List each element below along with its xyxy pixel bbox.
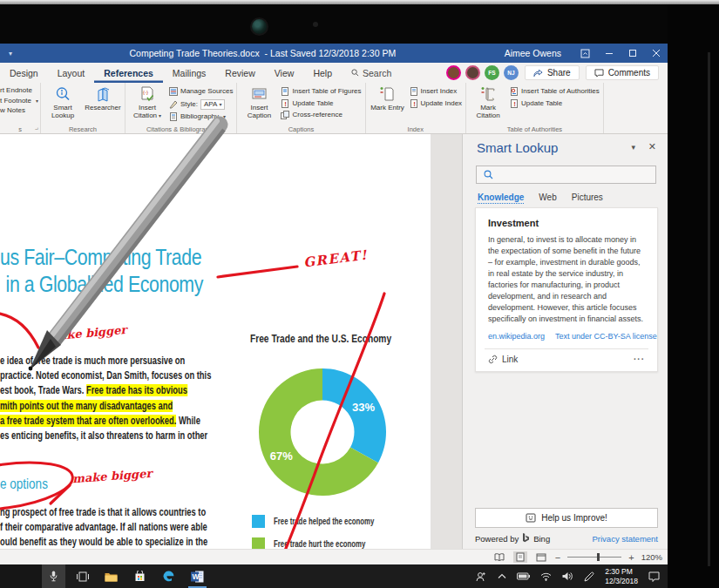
link-icon — [488, 355, 498, 364]
volume-icon[interactable] — [562, 571, 573, 581]
researcher-button[interactable]: Researcher — [85, 85, 121, 123]
next-footnote-button[interactable]: t Footnote — [0, 98, 38, 105]
update-table-button[interactable]: ! Update Table — [281, 99, 361, 108]
style-dropdown[interactable]: APA — [200, 99, 225, 110]
ribbon-tab-review[interactable]: Review — [215, 63, 264, 83]
donut-slice[interactable] — [322, 368, 386, 463]
action-center-icon[interactable] — [648, 571, 660, 582]
ribbon-tab-references[interactable]: References — [94, 63, 163, 83]
legend-label: Free trade helped the economy — [274, 515, 374, 526]
zoom-slider-thumb[interactable] — [597, 553, 600, 561]
avatar-photo-1[interactable] — [446, 65, 461, 80]
body-paragraph-2: ng prospect of free trade is that it all… — [0, 505, 207, 549]
edge-browser-icon[interactable] — [157, 564, 180, 588]
insert-caption-button[interactable]: Insert Caption — [241, 85, 277, 123]
insert-citation-button[interactable]: {-} Insert Citation — [129, 85, 166, 123]
legend-swatch — [252, 515, 265, 528]
insert-endnote-button[interactable]: rt Endnote — [0, 87, 38, 94]
update-index-button[interactable]: ! Update Index — [410, 99, 463, 108]
close-button[interactable] — [644, 44, 668, 63]
insert-index-button[interactable]: Insert Index — [410, 87, 463, 96]
avatar-NJ[interactable]: NJ — [504, 65, 519, 80]
ribbon-tab-layout[interactable]: Layout — [48, 63, 95, 83]
pane-tab-pictures[interactable]: Pictures — [572, 193, 603, 204]
pane-tab-web[interactable]: Web — [539, 193, 556, 204]
pen-tray-icon[interactable] — [584, 571, 594, 582]
word-status-bar: − + 120% — [0, 549, 668, 564]
ribbon-tab-view[interactable]: View — [265, 63, 304, 83]
update-table-authorities-button[interactable]: ! Update Table — [510, 99, 600, 108]
text-line: es enticing benefits, it also threatens … — [0, 429, 211, 443]
minimize-button[interactable] — [597, 44, 621, 63]
bibliography-button[interactable]: Bibliography — [169, 112, 233, 121]
ink-annotation-great: GREAT! — [302, 247, 369, 271]
file-explorer-icon[interactable] — [99, 564, 123, 588]
legend-item: Free trade helped the economy — [252, 515, 403, 528]
collaborator-avatars: FSNJ — [442, 65, 519, 80]
smart-lookup-search-box[interactable] — [476, 166, 656, 184]
mark-entry-icon — [379, 85, 396, 104]
print-layout-icon[interactable] — [513, 551, 527, 563]
microphone-icon[interactable] — [42, 564, 65, 588]
more-options[interactable]: ··· — [634, 355, 645, 364]
device-top-edge — [0, 0, 719, 4]
insert-table-of-authorities-button[interactable]: Insert Table of Authorities — [510, 87, 600, 96]
donut-chart[interactable]: 33%67% — [254, 365, 391, 503]
zoom-out-button[interactable]: − — [555, 552, 560, 563]
pane-options-caret-icon[interactable]: ▾ — [631, 143, 635, 152]
svg-text:W: W — [192, 572, 200, 581]
zoom-level[interactable]: 120% — [641, 552, 662, 562]
help-us-improve-button[interactable]: Help us Improve! — [475, 508, 658, 528]
microsoft-store-icon[interactable] — [128, 564, 152, 588]
dialog-launcher-icon[interactable]: ⌐ — [35, 126, 38, 132]
privacy-statement-link[interactable]: Privacy statement — [593, 534, 659, 544]
citation-style-selector[interactable]: Style: APA — [169, 99, 233, 110]
ribbon-tab-design[interactable]: Design — [0, 63, 48, 83]
read-mode-icon[interactable] — [492, 551, 506, 563]
pane-close-icon[interactable]: ✕ — [648, 141, 656, 152]
tray-chevron-icon[interactable] — [498, 573, 506, 579]
people-icon[interactable] — [476, 571, 487, 582]
license-link[interactable]: Text under CC-BY-SA license — [555, 332, 657, 341]
comments-button[interactable]: Comments — [586, 65, 659, 80]
taskbar-clock[interactable]: 2:30 PM 12/3/2018 — [605, 567, 638, 585]
zoom-in-button[interactable]: + — [628, 552, 634, 563]
restore-button[interactable] — [621, 44, 644, 63]
tell-me-search[interactable]: Search — [342, 63, 401, 83]
quick-access-caret-icon[interactable]: ▾ — [0, 50, 21, 57]
web-layout-icon[interactable] — [534, 551, 548, 563]
insert-table-of-figures-button[interactable]: Insert Table of Figures — [281, 87, 361, 96]
manage-sources-button[interactable]: Manage Sources — [169, 87, 233, 96]
ribbon-tab-mailings[interactable]: Mailings — [163, 63, 216, 83]
avatar-FS[interactable]: FS — [485, 65, 499, 80]
ribbon-group-research: Smart Lookup Researcher Research — [41, 83, 125, 133]
document-page[interactable]: us Fair–Competing Trade in a Globalized … — [0, 134, 431, 549]
ribbon-display-options-icon[interactable] — [573, 44, 597, 63]
smart-lookup-pane: Smart Lookup ▾ ✕ KnowledgeWebPictures In… — [462, 134, 668, 549]
show-notes-button[interactable]: w Notes — [0, 107, 38, 114]
cross-reference-button[interactable]: Cross-reference — [281, 111, 361, 119]
word-app-icon[interactable]: W — [186, 564, 209, 588]
text-line: f their comparative advantage. If all na… — [0, 520, 207, 535]
mark-entry-button[interactable]: Mark Entry — [370, 85, 406, 123]
smart-lookup-button[interactable]: Smart Lookup — [44, 85, 81, 123]
signed-in-user[interactable]: Aimee Owens — [505, 48, 561, 58]
ribbon-tab-help[interactable]: Help — [303, 63, 342, 83]
avatar-photo-2[interactable] — [465, 65, 480, 80]
task-view-icon[interactable] — [71, 564, 94, 588]
svg-text:!: ! — [413, 100, 416, 108]
source-link[interactable]: en.wikipedia.org — [488, 332, 545, 341]
ribbon-group-index: Mark Entry Insert Index ! Update Index I… — [366, 83, 467, 133]
insert-caption-icon — [251, 85, 268, 104]
battery-icon[interactable] — [517, 572, 530, 580]
svg-text:{-}: {-} — [143, 90, 148, 95]
chart-title: Free Trade and the U.S. Economy — [250, 333, 391, 345]
search-input[interactable] — [499, 169, 633, 180]
wifi-icon[interactable] — [540, 572, 552, 581]
link-action[interactable]: Link — [502, 355, 518, 364]
mark-citation-button[interactable]: Mark Citation — [470, 85, 506, 123]
share-button[interactable]: Share — [525, 65, 580, 80]
pane-tab-knowledge[interactable]: Knowledge — [478, 193, 524, 204]
insert-table-of-figures-icon — [281, 87, 289, 96]
zoom-slider[interactable] — [567, 557, 621, 558]
